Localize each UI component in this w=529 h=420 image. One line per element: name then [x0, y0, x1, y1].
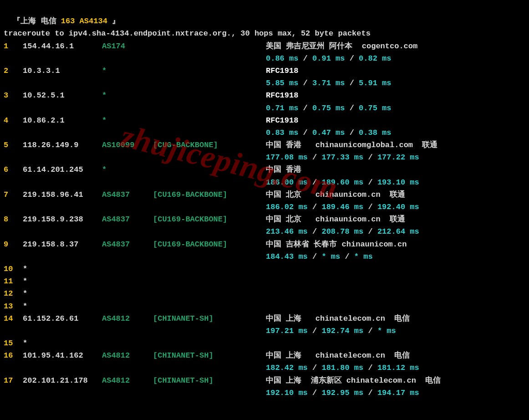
- hop-tag: [CU169-BACKBONE]: [153, 213, 266, 225]
- hop-tag: [CHINANET-SH]: [153, 312, 266, 325]
- hop-number: 5: [4, 139, 23, 151]
- hop-number: 16: [4, 349, 23, 362]
- hop-list: 1154.44.16.1AS174美国 弗吉尼亚州 阿什本 cogentco.c…: [4, 40, 525, 399]
- hop-row: 210.3.3.1*RFC1918: [4, 65, 525, 77]
- sep: /: [308, 389, 322, 397]
- lat-1: 0.71 ms: [266, 104, 298, 113]
- lat-1: 184.43 ms: [266, 252, 308, 261]
- lat-2: 3.71 ms: [312, 79, 345, 87]
- hop-geo: RFC1918: [266, 114, 525, 127]
- lat-3: 193.10 ms: [377, 178, 419, 187]
- lat-3: * ms: [354, 252, 373, 261]
- lat-2: 192.74 ms: [321, 327, 363, 335]
- hop-row: 17202.101.21.178AS4812[CHINANET-SH]中国 上海…: [4, 374, 525, 387]
- sep: /: [363, 153, 377, 162]
- hop-ip: 61.152.26.61: [23, 312, 102, 325]
- hop-number: 9: [4, 238, 23, 251]
- hop-row: 410.86.2.1*RFC1918: [4, 114, 525, 127]
- hop-geo: 中国 上海 chinatelecom.cn 电信: [266, 349, 525, 362]
- hop-number: 13: [4, 300, 23, 312]
- hop-latency: 5.85 ms / 3.71 ms / 5.91 ms: [4, 77, 525, 89]
- hop-asn: *: [102, 89, 153, 102]
- lat-3: 192.40 ms: [377, 203, 419, 211]
- lat-2: 189.60 ms: [321, 178, 363, 187]
- sep: /: [363, 364, 377, 372]
- hop-latency: 0.83 ms / 0.47 ms / 0.38 ms: [4, 127, 525, 139]
- sep: /: [340, 252, 354, 261]
- lat-3: 177.22 ms: [377, 153, 419, 162]
- sep: /: [298, 104, 312, 113]
- lat-2: 0.91 ms: [312, 54, 345, 63]
- sep: /: [308, 227, 322, 236]
- hop-tag: [153, 89, 266, 102]
- hop-row: 8219.158.9.238AS4837[CU169-BACKBONE]中国 北…: [4, 213, 525, 225]
- hop-tag: [CHINANET-SH]: [153, 374, 266, 387]
- hop-row: 10*: [4, 263, 525, 275]
- hop-geo: 中国 吉林省 长春市 chinaunicom.cn: [266, 238, 525, 251]
- lat-1: 213.46 ms: [266, 227, 308, 236]
- hop-latency: 184.43 ms / * ms / * ms: [4, 251, 525, 263]
- hop-latency: 197.21 ms / 192.74 ms / * ms: [4, 325, 525, 337]
- hop-row: 12*: [4, 287, 525, 300]
- hop-latency: 213.46 ms / 208.78 ms / 212.64 ms: [4, 225, 525, 238]
- lat-1: 177.08 ms: [266, 153, 308, 162]
- hop-ip: 219.158.9.238: [23, 213, 102, 225]
- hop-number: 15: [4, 337, 23, 349]
- sep: /: [363, 389, 377, 397]
- lat-2: 192.95 ms: [321, 389, 363, 397]
- hop-number: 17: [4, 374, 23, 387]
- lat-3: * ms: [377, 327, 396, 335]
- hop-tag: [CHINANET-SH]: [153, 349, 266, 362]
- hop-number: 12: [4, 287, 23, 300]
- hop-number: 11: [4, 275, 23, 287]
- hop-row: 16101.95.41.162AS4812[CHINANET-SH]中国 上海 …: [4, 349, 525, 362]
- bracket-close: 』: [107, 17, 120, 26]
- lat-2: * ms: [321, 252, 340, 261]
- lat-2: 0.47 ms: [312, 128, 345, 137]
- sep: /: [363, 203, 377, 211]
- trace-intro: traceroute to ipv4.sha-4134.endpoint.nxt…: [4, 27, 525, 40]
- sep: /: [345, 128, 359, 137]
- hop-number: 3: [4, 89, 23, 102]
- hop-row: 7219.158.96.41AS4837[CU169-BACKBONE]中国 北…: [4, 189, 525, 201]
- sep: /: [308, 327, 322, 335]
- hop-ip: 61.14.201.245: [23, 164, 102, 176]
- hop-geo: 美国 弗吉尼亚州 阿什本 cogentco.com: [266, 40, 525, 52]
- hop-ip: *: [23, 337, 102, 349]
- hop-ip: *: [23, 287, 102, 300]
- lat-1: 197.21 ms: [266, 327, 308, 335]
- hop-asn: AS4812: [102, 374, 153, 387]
- hop-number: 10: [4, 263, 23, 275]
- header-net: 163 AS4134: [56, 17, 107, 26]
- hop-ip: 10.3.3.1: [23, 65, 102, 77]
- hop-geo: 中国 香港: [266, 164, 525, 176]
- sep: /: [363, 327, 377, 335]
- hop-row: 11*: [4, 275, 525, 287]
- hop-row: 9219.158.8.37AS4837[CU169-BACKBONE]中国 吉林…: [4, 238, 525, 251]
- sep: /: [308, 178, 322, 187]
- hop-number: 1: [4, 40, 23, 52]
- hop-asn: AS4812: [102, 312, 153, 325]
- hop-latency: 186.02 ms / 189.46 ms / 192.40 ms: [4, 201, 525, 213]
- sep: /: [298, 79, 312, 87]
- hop-ip: *: [23, 263, 102, 275]
- hop-number: 6: [4, 164, 23, 176]
- hop-number: 8: [4, 213, 23, 225]
- bracket-open: 『: [13, 17, 20, 26]
- lat-3: 212.64 ms: [377, 227, 419, 236]
- hop-tag: [153, 65, 266, 77]
- hop-tag: [CU169-BACKBONE]: [153, 189, 266, 201]
- lat-3: 181.12 ms: [377, 364, 419, 372]
- lat-2: 177.33 ms: [321, 153, 363, 162]
- hop-row: 661.14.201.245*中国 香港: [4, 164, 525, 176]
- hop-ip: 154.44.16.1: [23, 40, 102, 52]
- hop-latency: 177.08 ms / 177.33 ms / 177.22 ms: [4, 151, 525, 164]
- sep: /: [308, 364, 322, 372]
- hop-latency: 182.42 ms / 181.80 ms / 181.12 ms: [4, 362, 525, 374]
- header-loc: 上海 电信: [20, 17, 56, 26]
- hop-asn: AS4812: [102, 349, 153, 362]
- hop-tag: [CU169-BACKBONE]: [153, 238, 266, 251]
- hop-row: 1461.152.26.61AS4812[CHINANET-SH]中国 上海 c…: [4, 312, 525, 325]
- hop-asn: *: [102, 65, 153, 77]
- lat-3: 0.82 ms: [359, 54, 391, 63]
